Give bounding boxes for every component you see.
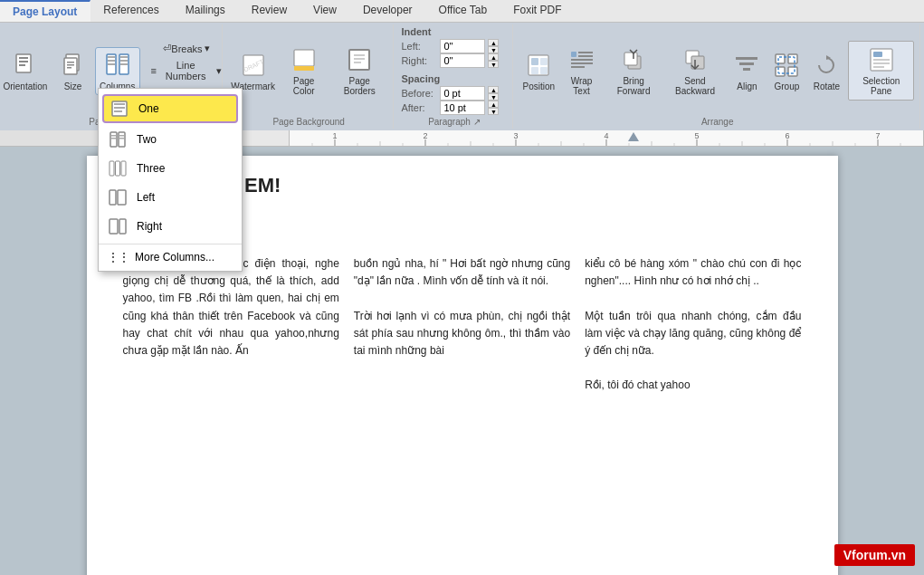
spacing-before-spin[interactable]: ▲ ▼ — [488, 86, 499, 101]
column-two-item[interactable]: Two — [99, 125, 242, 154]
svg-rect-31 — [578, 52, 593, 53]
watermark-button[interactable]: DRAFT Watermark — [230, 48, 276, 94]
ruler-left-margin — [0, 130, 104, 146]
line-numbers-label: Line Numbers — [157, 60, 214, 81]
columns-dropdown: One Two Three — [98, 88, 243, 272]
svg-text:3: 3 — [513, 131, 518, 140]
svg-rect-43 — [739, 62, 754, 65]
indent-right-input[interactable] — [440, 53, 485, 68]
svg-rect-33 — [571, 59, 593, 61]
send-backward-button[interactable]: Send Backward — [665, 43, 726, 99]
rotate-button[interactable]: Rotate — [808, 48, 844, 94]
indent-right-down[interactable]: ▼ — [488, 61, 499, 68]
more-columns-item[interactable]: ⋮⋮ More Columns... — [99, 247, 242, 267]
indent-left-up[interactable]: ▲ — [488, 39, 499, 46]
spacing-after-up[interactable]: ▲ — [488, 101, 499, 108]
column-two-icon — [108, 129, 128, 149]
column-left-item[interactable]: Left — [99, 183, 242, 212]
svg-marker-107 — [628, 132, 639, 141]
indent-left-input[interactable] — [440, 39, 485, 53]
position-button[interactable]: Position — [520, 48, 557, 94]
breaks-arrow: ▾ — [205, 43, 210, 54]
indent-left-spin[interactable]: ▲ ▼ — [488, 39, 499, 53]
ruler-svg: 1 2 3 4 5 6 7 — [290, 130, 923, 147]
column-2-text: buồn ngủ nha, hí " Hơi bất ngờ nhưng cũn… — [354, 255, 570, 395]
bring-forward-icon — [619, 45, 648, 74]
svg-rect-35 — [571, 66, 585, 68]
columns-icon — [103, 51, 132, 80]
svg-text:4: 4 — [604, 131, 608, 140]
tab-office[interactable]: Office Tab — [426, 0, 501, 22]
paragraph-expand[interactable]: ↗ — [473, 117, 481, 127]
bring-forward-label: Bring Forward — [611, 76, 657, 96]
page-borders-button[interactable]: Page Borders — [331, 43, 387, 99]
line-numbers-button[interactable]: ≡ Line Numbers ▾ — [148, 58, 226, 83]
spacing-label: Spacing — [401, 73, 499, 84]
more-columns-icon: ⋮⋮ — [108, 251, 129, 264]
svg-text:7: 7 — [875, 131, 880, 140]
tab-review[interactable]: Review — [239, 0, 300, 22]
svg-rect-19 — [294, 50, 314, 66]
column-one-item[interactable]: One — [102, 94, 238, 123]
spacing-after-spin[interactable]: ▲ ▼ — [488, 101, 499, 115]
column-one-icon — [110, 99, 129, 119]
orientation-label: Orientation — [3, 81, 47, 91]
svg-rect-14 — [120, 56, 128, 58]
bring-forward-button[interactable]: Bring Forward — [606, 43, 662, 99]
spacing-after-down[interactable]: ▼ — [488, 108, 499, 115]
column-two-label: Two — [137, 133, 157, 146]
spacing-before-input[interactable] — [440, 86, 485, 101]
line-numbers-arrow: ▾ — [216, 65, 222, 77]
size-button[interactable]: Size — [54, 48, 91, 94]
svg-text:2: 2 — [423, 131, 427, 140]
selection-pane-icon — [867, 45, 896, 74]
column-1-text: Quen chị qua một cuộc điện thoại, nghe g… — [123, 255, 339, 395]
tab-page-layout[interactable]: Page Layout — [0, 0, 90, 22]
size-label: Size — [64, 81, 81, 91]
group-label: Group — [775, 81, 800, 91]
page-color-label: Page Color — [284, 76, 323, 96]
svg-rect-20 — [294, 66, 314, 71]
spacing-after-input[interactable] — [440, 101, 485, 115]
tab-references[interactable]: References — [90, 0, 172, 22]
rotate-label: Rotate — [814, 81, 840, 91]
svg-rect-23 — [354, 58, 365, 60]
column-left-icon — [108, 187, 128, 207]
wrap-text-icon — [567, 45, 596, 74]
svg-rect-59 — [110, 132, 117, 147]
page-color-button[interactable]: Page Color — [280, 43, 328, 99]
column-three-item[interactable]: Three — [99, 154, 242, 183]
orientation-button[interactable]: Orientation — [0, 48, 51, 94]
breaks-button[interactable]: ⏎ Breaks ▾ — [148, 41, 226, 56]
svg-rect-67 — [121, 161, 126, 176]
spacing-before-up[interactable]: ▲ — [488, 86, 499, 93]
indent-section: Indent Left: ▲ ▼ Right: ▲ — [401, 26, 499, 68]
arrange-buttons: Position Wrap Text — [520, 26, 914, 115]
tab-mailings[interactable]: Mailings — [173, 0, 239, 22]
indent-right-spin[interactable]: ▲ ▼ — [488, 53, 499, 68]
wrap-text-label: Wrap Text — [565, 76, 597, 96]
svg-rect-27 — [540, 58, 548, 65]
column-right-item[interactable]: Right — [99, 212, 242, 241]
svg-rect-46 — [788, 54, 797, 63]
selection-pane-button[interactable]: Selection Pane — [848, 41, 914, 101]
page-color-icon — [290, 45, 319, 74]
svg-rect-37 — [624, 53, 637, 65]
spacing-after-row: After: ▲ ▼ — [401, 101, 499, 115]
tab-foxit[interactable]: Foxit PDF — [500, 0, 575, 22]
group-button[interactable]: Group — [768, 48, 805, 94]
tab-developer[interactable]: Developer — [350, 0, 426, 22]
indent-left-down[interactable]: ▼ — [488, 46, 499, 53]
svg-rect-24 — [354, 62, 361, 63]
tab-view[interactable]: View — [300, 0, 350, 22]
wrap-text-button[interactable]: Wrap Text — [560, 43, 602, 99]
svg-rect-45 — [776, 54, 785, 63]
spacing-before-down[interactable]: ▼ — [488, 93, 499, 101]
svg-rect-34 — [571, 62, 593, 64]
group-arrange: Position Wrap Text — [515, 24, 920, 129]
orientation-icon — [11, 51, 40, 80]
position-label: Position — [523, 81, 556, 91]
align-button[interactable]: Align — [729, 48, 765, 94]
svg-rect-28 — [531, 67, 538, 74]
indent-right-up[interactable]: ▲ — [488, 53, 499, 61]
